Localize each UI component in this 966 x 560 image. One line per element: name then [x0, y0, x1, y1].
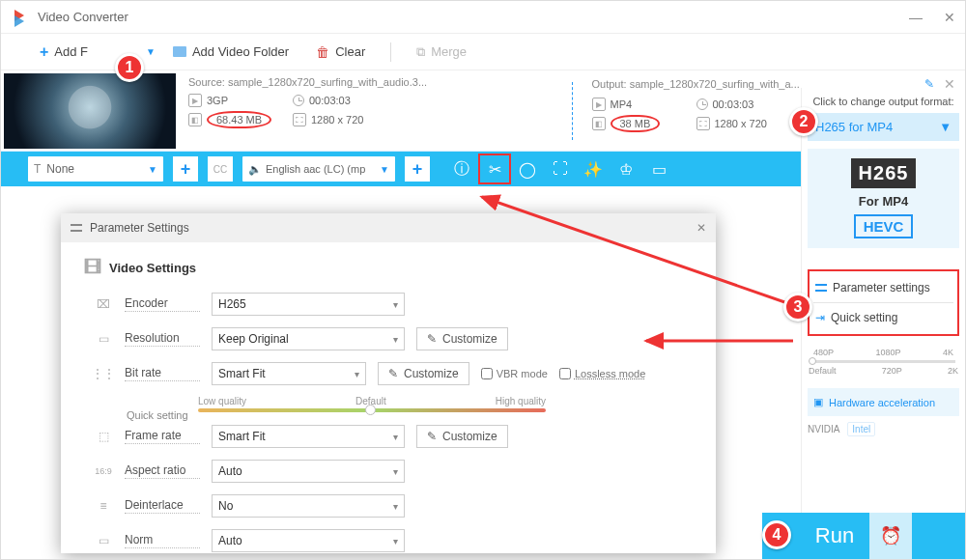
vbr-label: VBR mode: [497, 368, 548, 379]
encoder-value: H265: [218, 297, 246, 311]
add-folder-button[interactable]: Add Video Folder: [163, 41, 298, 63]
deinterlace-select[interactable]: No: [212, 494, 405, 518]
format-icon: ▶: [188, 94, 202, 107]
dialog-close-icon[interactable]: ✕: [696, 221, 706, 235]
source-dimensions: 1280 x 720: [311, 114, 363, 126]
video-thumbnail[interactable]: [4, 73, 176, 149]
subtitle-select[interactable]: T None ▼: [28, 156, 163, 182]
resolution-value: Keep Original: [218, 332, 289, 346]
framerate-icon: ⬚: [94, 430, 113, 443]
trim-icon[interactable]: ✂: [478, 154, 511, 184]
clear-button[interactable]: 🗑 Clear: [306, 41, 375, 64]
deinterlace-label: Deinterlace: [125, 498, 200, 514]
output-format-panel: Click to change output format: H265 for …: [801, 88, 965, 559]
annotation-badge-1: 1: [115, 53, 144, 82]
add-file-button[interactable]: + Add F: [30, 40, 98, 65]
add-subtitle-button[interactable]: +: [173, 156, 198, 182]
norm-value: Auto: [218, 534, 242, 547]
add-audio-button[interactable]: +: [405, 156, 430, 182]
resolution-customize-button[interactable]: ✎Customize: [416, 327, 508, 350]
hevc-badge: HEVC: [854, 214, 914, 238]
source-column: Source: sample_1280x720_surfing_with_aud…: [188, 76, 553, 145]
subtitle-icon[interactable]: ▭: [642, 154, 675, 184]
rotate-icon[interactable]: ◯: [511, 154, 544, 184]
codec-badge: H265: [851, 158, 917, 188]
param-settings-label: Parameter settings: [833, 281, 930, 294]
run-button[interactable]: Run: [815, 523, 854, 548]
parameter-settings-link[interactable]: Parameter settings: [813, 275, 953, 300]
hardware-accel-button[interactable]: ▣ Hardware acceleration: [808, 388, 959, 416]
trash-icon: 🗑: [316, 44, 329, 60]
low-quality-label: Low quality: [198, 396, 246, 406]
output-size: 38 MB: [611, 115, 661, 132]
vbr-checkbox[interactable]: VBR mode: [481, 368, 548, 379]
dialog-title: Parameter Settings: [90, 221, 189, 235]
bitrate-select[interactable]: Smart Fit: [212, 362, 366, 385]
quick-setting-label: Quick setting: [127, 409, 188, 421]
add-file-dropdown-icon[interactable]: ▼: [146, 46, 156, 57]
merge-label: Merge: [431, 44, 467, 59]
app-logo: [11, 8, 30, 27]
gpu-row: NVIDIA Intel: [808, 422, 959, 436]
bitrate-label: Bit rate: [125, 366, 200, 381]
close-icon[interactable]: ✕: [944, 10, 955, 25]
schedule-icon[interactable]: ⏰: [869, 513, 912, 559]
main-toolbar: + Add F ▼ Add Video Folder 🗑 Clear ⧉ Mer…: [1, 34, 965, 70]
plus-icon: +: [40, 43, 48, 61]
output-label: Output: sample_1280x720_surfing_with_a..…: [592, 78, 800, 90]
crop-icon[interactable]: ⛶: [544, 154, 577, 184]
chevron-down-icon: ▼: [939, 120, 952, 134]
resolution-select[interactable]: Keep Original: [212, 327, 405, 350]
resolution-icon: ▭: [94, 332, 113, 346]
output-dimensions: 1280 x 720: [715, 118, 767, 129]
res-default: Default: [809, 366, 837, 376]
cc-button[interactable]: CC: [208, 156, 233, 182]
sliders-icon: [71, 223, 82, 233]
resolution-quick-bar[interactable]: 480P1080P4K Default720P2K: [808, 348, 959, 378]
section-label: Video Settings: [109, 261, 196, 275]
encoder-select[interactable]: H265: [212, 293, 405, 316]
pencil-icon: ✎: [427, 332, 437, 346]
pencil-icon: ✎: [388, 367, 398, 380]
pencil-icon: ✎: [427, 430, 437, 443]
dimensions-icon: ⛶: [293, 113, 306, 126]
watermark-icon[interactable]: ♔: [610, 154, 642, 184]
chip-icon: ▣: [813, 396, 823, 408]
format-selected: H265 for MP4: [815, 120, 893, 134]
slider-handle[interactable]: [365, 405, 376, 415]
framerate-customize-button[interactable]: ✎Customize: [416, 425, 508, 448]
bitrate-customize-button[interactable]: ✎Customize: [378, 362, 469, 385]
titlebar: Video Converter — ✕: [1, 1, 965, 34]
app-title: Video Converter: [38, 10, 128, 24]
res-2k: 2K: [948, 366, 958, 376]
aspect-select[interactable]: Auto: [212, 460, 405, 483]
quick-setting-link[interactable]: ⇥ Quick setting: [813, 305, 953, 330]
deinterlace-value: No: [218, 499, 233, 513]
aspect-icon: 16:9: [94, 466, 113, 476]
annotation-badge-4: 4: [762, 520, 791, 549]
customize-label: Customize: [442, 430, 497, 443]
size-icon: ◧: [592, 117, 606, 130]
framerate-select[interactable]: Smart Fit: [212, 425, 405, 448]
framerate-value: Smart Fit: [218, 430, 266, 443]
settings-links-box: Parameter settings ⇥ Quick setting: [808, 269, 959, 336]
norm-select[interactable]: Auto: [212, 529, 405, 552]
info-icon[interactable]: ⓘ: [445, 154, 478, 184]
aspect-label: Aspect ratio: [125, 463, 200, 479]
minimize-icon[interactable]: —: [909, 10, 923, 25]
clock-icon: [696, 98, 708, 110]
subtitle-value: None: [46, 162, 74, 176]
dimensions-icon: ⛶: [696, 117, 710, 130]
format-select[interactable]: H265 for MP4 ▼: [808, 113, 959, 141]
quality-slider[interactable]: Low quality Default High quality: [198, 396, 546, 412]
bitrate-icon: ⋮⋮: [94, 367, 113, 380]
audio-track-select[interactable]: 🔈 English aac (LC) (mp ▼: [242, 156, 395, 182]
video-settings-header: 🎞 Video Settings: [84, 258, 693, 278]
merge-button[interactable]: ⧉ Merge: [407, 41, 476, 64]
hw-label: Hardware acceleration: [829, 397, 935, 408]
effects-icon[interactable]: ✨: [577, 154, 610, 184]
bitrate-value: Smart Fit: [218, 367, 266, 380]
lossless-checkbox[interactable]: Lossless mode: [559, 368, 645, 379]
chevron-down-icon: ▼: [380, 164, 389, 175]
source-output-divider: [572, 82, 573, 140]
